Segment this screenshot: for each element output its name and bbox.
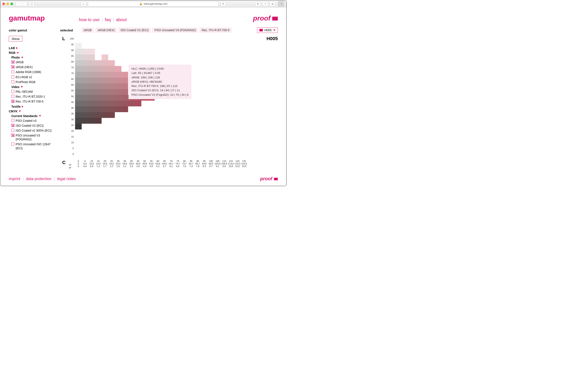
- item-eci-rgb[interactable]: ECI-RGB v2: [11, 75, 56, 79]
- group-lab[interactable]: LAB: [9, 46, 56, 50]
- chip-srgb[interactable]: sRGB: [82, 28, 94, 33]
- chip-rec709[interactable]: Rec. ITU-R BT.709-5: [199, 28, 232, 33]
- heatmap-cell[interactable]: [82, 83, 88, 89]
- nav-how-to-use[interactable]: how to use: [79, 17, 100, 22]
- footer-imprint[interactable]: imprint: [9, 177, 20, 181]
- heatmap-cell[interactable]: [95, 54, 102, 60]
- download-icon[interactable]: ⬇: [255, 2, 261, 6]
- heatmap-cell[interactable]: [88, 54, 95, 60]
- heatmap-cell[interactable]: [88, 112, 95, 118]
- checkbox-icon[interactable]: [11, 119, 14, 122]
- item-bt709[interactable]: Rec. ITU-R BT.709-5: [11, 100, 56, 104]
- heatmap-cell[interactable]: [95, 60, 102, 66]
- heatmap-cell[interactable]: [88, 95, 95, 100]
- show-button[interactable]: Show: [9, 36, 23, 42]
- heatmap-cell[interactable]: [121, 72, 128, 78]
- item-bt2020[interactable]: Rec. ITU-R BT.2020-1: [11, 95, 56, 98]
- subgroup-video[interactable]: Video: [11, 85, 56, 89]
- nav-about[interactable]: about: [116, 17, 127, 22]
- heatmap-cell[interactable]: [75, 89, 82, 95]
- item-iso-coated-300[interactable]: ISO Coated v2 300% (ECI): [11, 128, 56, 132]
- new-tab-button[interactable]: ＋: [278, 1, 284, 7]
- heatmap-cell[interactable]: [95, 66, 102, 72]
- heatmap-cell[interactable]: [75, 100, 82, 106]
- heatmap-cell[interactable]: [88, 72, 95, 78]
- hue-dropdown[interactable]: H005: [257, 27, 278, 33]
- heatmap-cell[interactable]: [108, 95, 115, 100]
- close-window-icon[interactable]: [2, 2, 5, 5]
- heatmap-cell[interactable]: [115, 72, 121, 78]
- checkbox-icon[interactable]: [11, 124, 14, 127]
- heatmap-cell[interactable]: [75, 124, 82, 130]
- heatmap-cell[interactable]: [115, 95, 121, 100]
- address-bar[interactable]: 🔒 www.gamutmap.com: [88, 1, 219, 6]
- heatmap-cell[interactable]: [75, 49, 82, 54]
- heatmap-cell[interactable]: [75, 118, 82, 124]
- heatmap-cell[interactable]: [102, 78, 108, 83]
- heatmap-cell[interactable]: [115, 83, 121, 89]
- maximize-window-icon[interactable]: [11, 2, 13, 5]
- heatmap-cell[interactable]: [82, 66, 88, 72]
- heatmap-cell[interactable]: [102, 60, 108, 66]
- checkbox-icon[interactable]: [11, 134, 14, 137]
- heatmap-cell[interactable]: [82, 118, 88, 124]
- heatmap-cell[interactable]: [95, 89, 102, 95]
- heatmap-cell[interactable]: [121, 100, 128, 106]
- heatmap-cell[interactable]: [102, 89, 108, 95]
- minimize-window-icon[interactable]: [7, 2, 9, 5]
- heatmap-cell[interactable]: [95, 100, 102, 106]
- heatmap-cell[interactable]: [121, 83, 128, 89]
- subgroup-standards[interactable]: Current Standards: [11, 114, 56, 118]
- chip-srgb-hex[interactable]: sRGB (HEX): [95, 28, 117, 33]
- group-cmyk[interactable]: CMYK: [9, 110, 56, 113]
- reload-icon[interactable]: ⟳: [220, 2, 226, 6]
- heatmap-cell[interactable]: [75, 112, 82, 118]
- heatmap-cell[interactable]: [108, 106, 115, 112]
- brand-logo[interactable]: proof: [253, 14, 278, 22]
- heatmap-cell[interactable]: [88, 49, 95, 54]
- heatmap-cell[interactable]: [75, 72, 82, 78]
- heatmap-cell[interactable]: [121, 78, 128, 83]
- footer-data-protection[interactable]: data protection: [26, 177, 52, 181]
- heatmap-cell[interactable]: [102, 112, 108, 118]
- heatmap-cell[interactable]: [108, 100, 115, 106]
- heatmap-cell[interactable]: [75, 95, 82, 100]
- chip-pso-uncoated[interactable]: PSO Uncoated V3 (FOGRA52): [152, 28, 198, 33]
- heatmap-cell[interactable]: [102, 95, 108, 100]
- heatmap-cell[interactable]: [102, 83, 108, 89]
- heatmap-cell[interactable]: [95, 106, 102, 112]
- item-pso-coated[interactable]: PSO Coated v3: [11, 119, 56, 122]
- checkbox-icon[interactable]: [11, 142, 14, 146]
- item-srgb-hex[interactable]: sRGB (HEX): [11, 65, 56, 69]
- tabs-icon[interactable]: ⧉: [270, 2, 275, 6]
- heatmap-cell[interactable]: [75, 54, 82, 60]
- heatmap-cell[interactable]: [108, 112, 115, 118]
- heatmap-cell[interactable]: [102, 100, 108, 106]
- heatmap-cell[interactable]: [108, 66, 115, 72]
- heatmap-cell[interactable]: [82, 100, 88, 106]
- heatmap-cell[interactable]: [95, 83, 102, 89]
- heatmap-cell[interactable]: [88, 83, 95, 89]
- heatmap-cell[interactable]: [88, 100, 95, 106]
- reader-icon[interactable]: ☺: [81, 2, 86, 6]
- checkbox-icon[interactable]: [11, 60, 14, 64]
- heatmap-cell[interactable]: [102, 54, 108, 60]
- heatmap-cell[interactable]: [115, 78, 121, 83]
- heatmap-cell[interactable]: [75, 60, 82, 66]
- back-icon[interactable]: 〈: [16, 2, 21, 6]
- forward-icon[interactable]: 〉: [21, 2, 27, 6]
- checkbox-icon[interactable]: [11, 100, 14, 103]
- heatmap-cell[interactable]: [95, 112, 102, 118]
- heatmap-cell[interactable]: [108, 89, 115, 95]
- heatmap-cell[interactable]: [95, 95, 102, 100]
- checkbox-icon[interactable]: [11, 70, 14, 73]
- heatmap-cell[interactable]: [88, 78, 95, 83]
- heatmap-cell[interactable]: [75, 78, 82, 83]
- nav-faq[interactable]: faq: [105, 17, 111, 22]
- heatmap-cell[interactable]: [128, 100, 135, 106]
- group-rgb[interactable]: RGB: [9, 51, 56, 54]
- heatmap-cell[interactable]: [95, 72, 102, 78]
- heatmap-cell[interactable]: [88, 89, 95, 95]
- heatmap-cell[interactable]: [88, 106, 95, 112]
- item-pso-uncoated-iso[interactable]: PSO Uncoated ISO 12647 (ECI): [11, 142, 56, 150]
